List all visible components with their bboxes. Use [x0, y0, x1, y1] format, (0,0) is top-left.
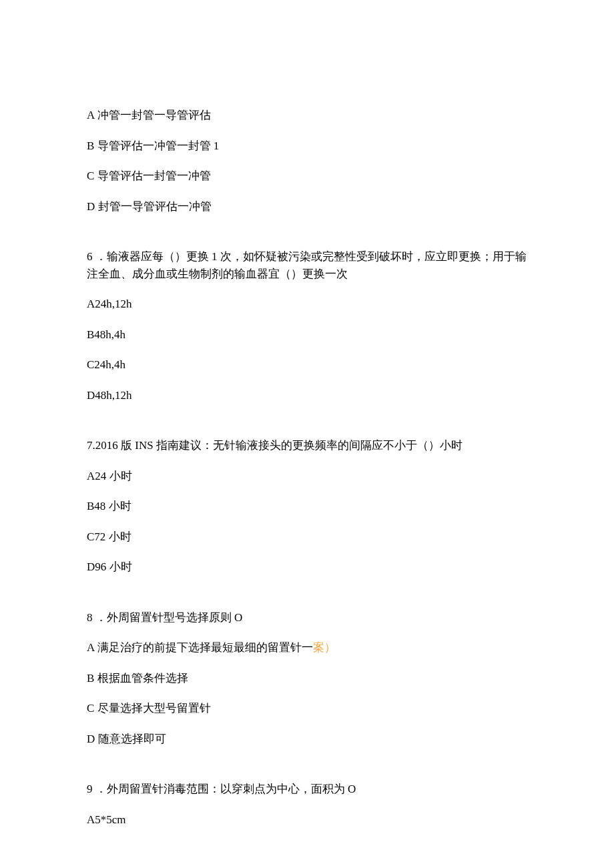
q7-option-d: D96 小时: [87, 558, 527, 576]
q8-option-c: C 尽量选择大型号留置针: [87, 700, 527, 717]
document-page: A 冲管一封管一导管评估 B 导管评估一冲管一封管 1 C 导管评估一封管一冲管…: [0, 0, 614, 868]
q6-option-a: A24h,12h: [87, 296, 527, 313]
q5-option-b: B 导管评估一冲管一封管 1: [87, 137, 527, 155]
q8-stem: 8 ．外周留置针型号选择原则 O: [87, 609, 527, 626]
q6-option-c: C24h,4h: [87, 356, 527, 374]
q5-option-d: D 封管一导管评估一冲管: [87, 198, 527, 215]
spacer: [87, 589, 527, 609]
q5-option-c: C 导管评估一封管一冲管: [87, 167, 527, 185]
q7-stem: 7.2016 版 INS 指南建议：无针输液接头的更换频率的间隔应不小于（）小时: [87, 437, 527, 454]
q6-option-d: D48h,12h: [87, 387, 527, 404]
q9-stem: 9 ．外周留置针消毒范围：以穿刺点为中心，面积为 O: [87, 781, 527, 798]
q5-option-a: A 冲管一封管一导管评估: [87, 107, 527, 124]
q8-option-b: B 根据血管条件选择: [87, 670, 527, 687]
q8-option-a: A 满足治疗的前提下选择最短最细的留置针一案）: [87, 639, 527, 657]
spacer: [87, 228, 527, 248]
q7-option-a: A24 小时: [87, 468, 527, 485]
q9-option-a: A5*5cm: [87, 811, 527, 829]
q7-option-b: B48 小时: [87, 498, 527, 515]
q8-option-d: D 随意选择即可: [87, 731, 527, 748]
q7-option-c: C72 小时: [87, 528, 527, 546]
q8-option-a-text: A 满足治疗的前提下选择最短最细的留置针一: [87, 641, 313, 654]
spacer: [87, 417, 527, 437]
q8-option-a-highlight: 案）: [313, 641, 336, 654]
q6-stem: 6 ．输液器应每（）更换 1 次，如怀疑被污染或完整性受到破坏时，应立即更换；用…: [87, 248, 527, 282]
q6-option-b: B48h,4h: [87, 326, 527, 344]
spacer: [87, 761, 527, 781]
